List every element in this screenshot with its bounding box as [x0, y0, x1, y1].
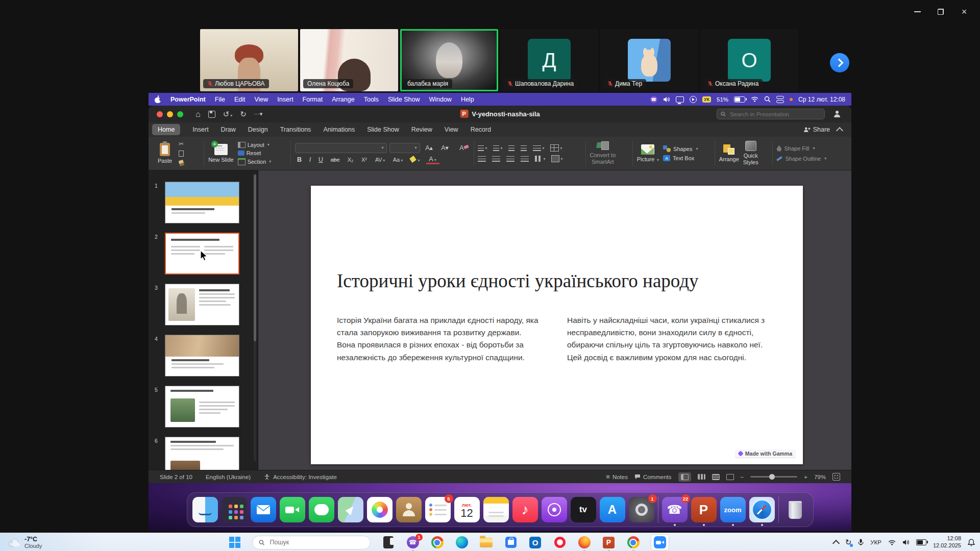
battery-icon[interactable]	[916, 539, 926, 545]
bullets-button[interactable]: ▾	[478, 145, 487, 151]
wifi-icon[interactable]	[751, 96, 758, 102]
layout-button[interactable]: Layout▾	[238, 142, 272, 148]
input-source-badge[interactable]: УК	[702, 96, 711, 103]
minimize-traffic-light[interactable]	[167, 111, 173, 117]
highlight-color-button[interactable]: ▾	[409, 156, 422, 163]
menu-help[interactable]: Help	[461, 96, 474, 103]
new-slide-button[interactable]: + New Slide	[208, 144, 234, 163]
trash-icon[interactable]	[782, 497, 808, 522]
facetime-icon[interactable]	[280, 497, 305, 522]
powerpoint-taskbar-icon[interactable]: P	[602, 536, 616, 549]
tab-home[interactable]: Home	[152, 124, 180, 135]
fit-to-window-icon[interactable]	[832, 473, 840, 481]
apple-logo-icon[interactable]	[155, 96, 161, 103]
accessibility-status[interactable]: Accessibility: Investigate	[264, 474, 337, 480]
slide-thumbnail-1[interactable]	[165, 182, 239, 223]
customize-toolbar-icon[interactable]: ⋯▾	[254, 111, 263, 117]
opera-icon[interactable]	[553, 536, 567, 549]
superscript-button[interactable]: X²	[360, 157, 369, 163]
slideshow-view-button[interactable]	[726, 474, 734, 480]
italic-button[interactable]: I	[308, 156, 313, 163]
menu-insert[interactable]: Insert	[277, 96, 293, 103]
format-painter-icon[interactable]	[176, 159, 186, 167]
add-table-button[interactable]: ▾	[550, 144, 562, 152]
microphone-icon[interactable]	[858, 539, 864, 546]
shapes-button[interactable]: Shapes▾	[663, 145, 698, 152]
menu-slideshow[interactable]: Slide Show	[388, 96, 420, 103]
arrange-button[interactable]: Arrange	[719, 144, 739, 163]
sync-icon[interactable]: ↻	[845, 538, 852, 547]
menubar-app-name[interactable]: PowerPoint	[170, 96, 206, 103]
file-explorer-icon[interactable]	[479, 536, 493, 549]
bold-button[interactable]: B	[296, 156, 303, 163]
next-participants-button[interactable]	[830, 53, 849, 72]
columns-button[interactable]: ▾	[535, 156, 545, 162]
music-icon[interactable]: ♪	[512, 497, 538, 522]
outlook-icon[interactable]: O	[528, 536, 542, 549]
start-button[interactable]	[228, 536, 241, 549]
slide-thumbnail-4[interactable]	[165, 335, 239, 377]
tab-animations[interactable]: Animations	[323, 126, 355, 133]
presentation-search[interactable]	[717, 109, 825, 119]
increase-indent-icon[interactable]	[521, 145, 527, 151]
taskbar-search-input[interactable]	[269, 538, 364, 546]
subscript-button[interactable]: X₂	[346, 157, 355, 163]
font-name-select[interactable]: ▾	[295, 143, 387, 153]
tab-view[interactable]: View	[445, 126, 458, 133]
viber-icon[interactable]: ☎ 22	[662, 497, 688, 522]
keyboard-language[interactable]: УКР	[870, 539, 881, 545]
participant-video-5[interactable]: Дима Тер	[600, 29, 698, 91]
participant-video-4[interactable]: Д Шаповалова Дарина	[500, 29, 598, 91]
podcasts-icon[interactable]	[542, 497, 567, 522]
app-store-icon[interactable]: A	[600, 497, 625, 522]
viber-taskbar-icon[interactable]: ☎ 1	[406, 536, 420, 549]
slide-sorter-view-button[interactable]	[698, 474, 705, 480]
volume-icon[interactable]	[902, 539, 910, 545]
clear-formatting-button[interactable]: A	[454, 144, 470, 152]
screen-recording-icon[interactable]	[690, 96, 697, 103]
zoom-in-button[interactable]: +	[804, 474, 807, 480]
chrome-icon[interactable]	[430, 536, 444, 549]
text-box-button[interactable]: A Text Box	[663, 155, 698, 161]
menu-window[interactable]: Window	[429, 96, 451, 103]
cut-icon[interactable]: ✂	[176, 139, 186, 148]
menu-view[interactable]: View	[254, 96, 268, 103]
close-traffic-light[interactable]	[157, 111, 163, 117]
normal-view-button[interactable]	[678, 472, 691, 482]
redo-icon[interactable]: ↻	[240, 110, 247, 118]
tab-slideshow[interactable]: Slide Show	[367, 126, 399, 133]
control-center-icon[interactable]	[776, 96, 784, 103]
reminders-icon[interactable]: 5	[425, 497, 451, 522]
slide-text-right-column[interactable]: Навіть у найскладніші часи, коли українц…	[567, 314, 775, 364]
reading-view-button[interactable]	[712, 474, 720, 480]
collapse-ribbon-chevron[interactable]	[836, 127, 843, 134]
maps-icon[interactable]	[338, 497, 363, 522]
slide-thumbnail-6[interactable]	[165, 437, 239, 470]
justify-icon[interactable]	[521, 156, 529, 162]
slide-thumbnail-3[interactable]	[165, 284, 239, 325]
volume-icon[interactable]	[663, 96, 670, 103]
shape-fill-button[interactable]: Shape Fill▾	[776, 145, 815, 152]
apple-tv-icon[interactable]: tv	[571, 497, 596, 522]
contacts-icon[interactable]	[396, 497, 422, 522]
convert-to-smartart-button[interactable]: Convert toSmartArt	[590, 141, 616, 165]
grow-font-button[interactable]: A▴	[423, 144, 436, 152]
undo-icon[interactable]: ↺▾	[223, 110, 233, 118]
copy-icon[interactable]	[176, 149, 186, 158]
section-button[interactable]: Section▾	[238, 158, 272, 165]
tab-record[interactable]: Record	[471, 126, 491, 133]
align-right-icon[interactable]	[506, 156, 514, 162]
slide-thumbnail-5[interactable]	[165, 386, 239, 428]
menubar-clock[interactable]: Ср 12 лют. 12:08	[798, 96, 845, 103]
align-left-icon[interactable]	[478, 156, 486, 162]
safari-icon[interactable]	[749, 497, 775, 522]
text-direction-button[interactable]: ▾	[551, 155, 562, 162]
picture-button[interactable]: Picture ▾	[637, 144, 659, 163]
participant-video-2[interactable]: Олена Коцюба	[300, 29, 398, 91]
finder-icon[interactable]	[192, 497, 218, 522]
wifi-icon[interactable]	[888, 540, 896, 545]
minimize-button[interactable]	[905, 4, 929, 19]
notifications-bell-icon[interactable]	[968, 539, 975, 546]
zoom-percentage[interactable]: 79%	[814, 474, 826, 480]
taskbar-search[interactable]	[252, 536, 371, 549]
